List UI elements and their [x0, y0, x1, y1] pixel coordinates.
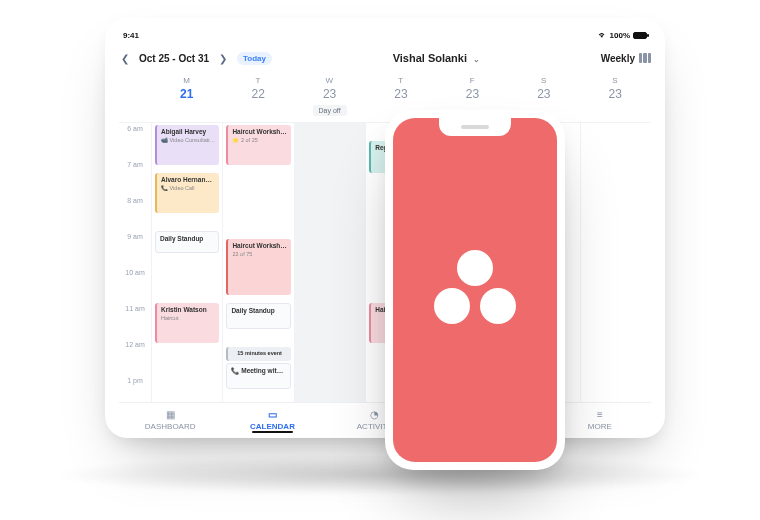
dow-label: T	[222, 76, 293, 85]
hour-gutter: 6 am 7 am 8 am 9 am 10 am 11 am 12 am 1 …	[119, 123, 151, 402]
battery-icon	[633, 32, 647, 39]
event-title: Haircut Workshops	[232, 128, 286, 136]
day-header-row: M 21 T 22 W 23 Day off T 23 F 23 S 23 S …	[119, 72, 651, 123]
app-logo-icon	[430, 250, 520, 330]
wifi-icon: ᯤ	[599, 31, 607, 40]
user-name: Vishal Solanki	[393, 52, 467, 64]
hour-label: 1 pm	[119, 375, 151, 402]
dow-label: T	[365, 76, 436, 85]
day-header[interactable]: S 23	[580, 72, 651, 122]
event-sub: 22 of 75	[232, 251, 286, 258]
hour-label: 12 am	[119, 339, 151, 375]
phone-screen	[393, 118, 557, 462]
dow-label: S	[580, 76, 651, 85]
calendar-event[interactable]: 📞 Meeting with Jo…	[226, 363, 290, 389]
phone-notch	[439, 118, 511, 136]
event-title: 📞 Meeting with Jo…	[231, 367, 285, 375]
day-number: 23	[508, 87, 579, 101]
calendar-event[interactable]: Daily Standup	[226, 303, 290, 329]
dow-label: W	[294, 76, 365, 85]
prev-week-button[interactable]: ❮	[119, 51, 131, 66]
status-bar: 9:41 ᯤ 100%	[119, 28, 651, 44]
columns-icon	[639, 53, 651, 63]
dashboard-icon: ▦	[166, 410, 175, 420]
nav-label: DASHBOARD	[145, 422, 196, 431]
calendar-event[interactable]: Haircut Workshops ⭐ 2 of 25	[226, 125, 290, 165]
view-mode-button[interactable]: Weekly	[601, 53, 651, 64]
event-title: Haircut Workshops	[232, 242, 286, 250]
nav-dashboard[interactable]: ▦ DASHBOARD	[119, 410, 221, 431]
day-number: 23	[294, 87, 365, 101]
day-number: 23	[580, 87, 651, 101]
day-column-sun[interactable]	[580, 123, 651, 402]
calendar-event[interactable]: Alvaro Hernandez 📞 Video Call	[155, 173, 219, 213]
view-mode-label: Weekly	[601, 53, 635, 64]
hour-label: 9 am	[119, 231, 151, 267]
calendar-event[interactable]: Abigail Harvey 📹 Video Consultations	[155, 125, 219, 165]
calendar-event[interactable]: 15 minutes event	[226, 347, 290, 361]
battery-pct: 100%	[610, 31, 630, 40]
event-title: Kristin Watson	[161, 306, 215, 314]
day-column-mon[interactable]: Abigail Harvey 📹 Video Consultations Alv…	[151, 123, 222, 402]
dow-label: F	[437, 76, 508, 85]
chevron-down-icon: ⌄	[473, 55, 480, 64]
user-switcher[interactable]: Vishal Solanki ⌄	[280, 52, 593, 64]
event-sub: ⭐ 2 of 25	[232, 137, 286, 144]
date-range[interactable]: Oct 25 - Oct 31	[139, 53, 209, 64]
hour-label: 10 am	[119, 267, 151, 303]
status-time: 9:41	[123, 31, 139, 40]
day-column-tue[interactable]: Haircut Workshops ⭐ 2 of 25 Haircut Work…	[222, 123, 293, 402]
day-header[interactable]: W 23 Day off	[294, 72, 365, 122]
event-sub: 📹 Video Consultations	[161, 137, 215, 144]
hour-label: 8 am	[119, 195, 151, 231]
nav-label: CALENDAR	[250, 422, 295, 431]
dow-label: S	[508, 76, 579, 85]
event-title: Daily Standup	[160, 235, 214, 243]
event-title: Alvaro Hernandez	[161, 176, 215, 184]
day-header[interactable]: M 21	[151, 72, 222, 122]
nav-calendar[interactable]: ▭ CALENDAR	[221, 410, 323, 431]
calendar-event[interactable]: Daily Standup	[155, 231, 219, 253]
calendar-event[interactable]: Kristin Watson Haircut	[155, 303, 219, 343]
nav-label: MORE	[588, 422, 612, 431]
day-number: 23	[437, 87, 508, 101]
floor-shadow	[50, 455, 710, 495]
calendar-header: ❮ Oct 25 - Oct 31 ❯ Today Vishal Solanki…	[119, 44, 651, 72]
dow-label: M	[151, 76, 222, 85]
calendar-icon: ▭	[268, 410, 277, 420]
event-title: 15 minutes event	[232, 350, 286, 357]
dayoff-pill: Day off	[313, 105, 347, 116]
day-number: 23	[365, 87, 436, 101]
hour-label: 6 am	[119, 123, 151, 159]
day-number: 22	[222, 87, 293, 101]
next-week-button[interactable]: ❯	[217, 51, 229, 66]
phone-device	[385, 110, 565, 470]
event-title: Abigail Harvey	[161, 128, 215, 136]
hour-label: 7 am	[119, 159, 151, 195]
day-header[interactable]: T 22	[222, 72, 293, 122]
today-button[interactable]: Today	[237, 52, 272, 65]
hour-label: 11 am	[119, 303, 151, 339]
day-number: 21	[151, 87, 222, 101]
menu-icon: ≡	[597, 410, 603, 420]
calendar-event[interactable]: Haircut Workshops 22 of 75	[226, 239, 290, 295]
day-column-wed[interactable]	[294, 123, 365, 402]
event-title: Daily Standup	[231, 307, 285, 315]
event-sub: Haircut	[161, 315, 215, 322]
event-sub: 📞 Video Call	[161, 185, 215, 192]
bell-icon: ◔	[370, 410, 379, 420]
